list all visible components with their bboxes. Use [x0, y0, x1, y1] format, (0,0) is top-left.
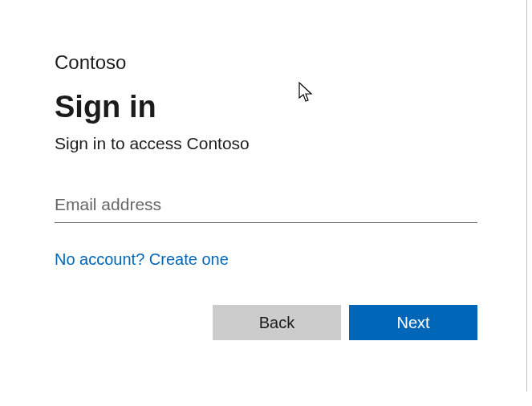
email-input[interactable]	[55, 192, 477, 223]
button-row: Back Next	[213, 305, 477, 340]
page-subtitle: Sign in to access Contoso	[55, 134, 477, 153]
page-title: Sign in	[55, 90, 477, 124]
back-button[interactable]: Back	[213, 305, 341, 340]
right-divider	[526, 0, 527, 392]
brand-name: Contoso	[55, 51, 477, 74]
next-button[interactable]: Next	[349, 305, 477, 340]
create-account-link[interactable]: No account? Create one	[55, 250, 229, 269]
signin-panel: Contoso Sign in Sign in to access Contos…	[0, 0, 532, 406]
